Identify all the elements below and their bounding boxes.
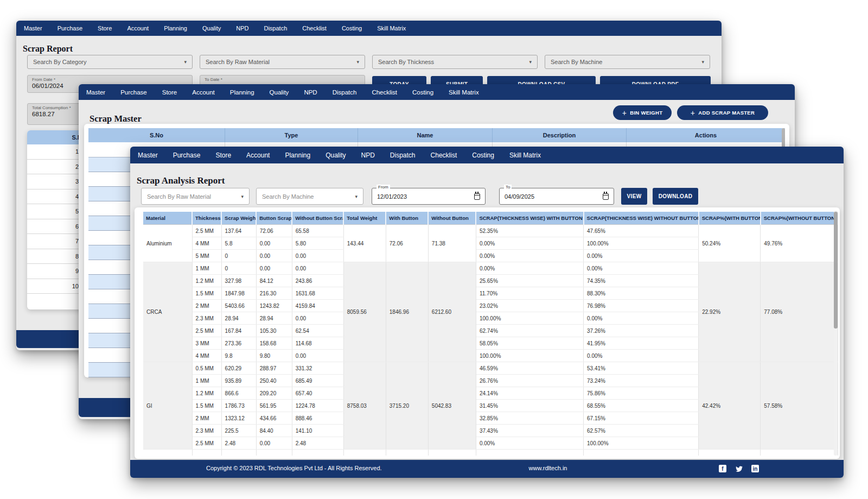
nav-item-costing[interactable]: Costing [472, 151, 494, 159]
dropdown-placeholder: Search By Raw Material [206, 59, 270, 65]
cell-without-button-scrap: 657.40 [292, 387, 343, 400]
cell-button-scrap: 158.68 [256, 337, 292, 350]
website-link[interactable]: www.rdltech.in [510, 465, 586, 471]
nav-item-checklist[interactable]: Checklist [302, 25, 327, 31]
cell-thickness: 2.3 MM [192, 312, 221, 325]
cell-thickness: 3 MM [192, 337, 221, 350]
cell-scrap-weight: 273.36 [221, 337, 256, 350]
cell-button-scrap: 0.00 [256, 250, 292, 262]
cell-scrap-with-button-pct: 42.42% [699, 362, 761, 450]
app-footer-bar: Copyright © 2023 RDL Technologies Pvt Lt… [130, 460, 844, 478]
cell-thickness: 4 MM [192, 350, 221, 362]
nav-item-skill-matrix[interactable]: Skill Matrix [509, 151, 541, 159]
cell-without-button-scrap: 114.68 [292, 337, 343, 350]
main-nav: MasterPurchaseStoreAccountPlanningQualit… [130, 147, 844, 163]
cell-scrap-with-button-pct: 50.24% [699, 225, 761, 262]
cell-material: CRCA [143, 262, 192, 362]
facebook-icon[interactable]: f [719, 465, 726, 472]
cell-thickness-without-button-pct: 0.00% [584, 262, 699, 275]
cell-without-button-scrap: 1224.78 [292, 400, 343, 412]
nav-item-purchase[interactable]: Purchase [120, 89, 147, 96]
nav-item-dispatch[interactable]: Dispatch [390, 151, 416, 159]
nav-item-npd[interactable]: NPD [236, 25, 248, 31]
add-scrap-master-button[interactable]: + ADD SCRAP MASTER [677, 105, 768, 120]
view-button[interactable]: VIEW [621, 188, 647, 205]
bin-weight-button[interactable]: + BIN WEIGHT [613, 105, 672, 120]
nav-item-skill-matrix[interactable]: Skill Matrix [377, 25, 406, 31]
nav-item-checklist[interactable]: Checklist [431, 151, 457, 159]
nav-item-store[interactable]: Store [215, 151, 231, 159]
nav-item-costing[interactable]: Costing [342, 25, 362, 31]
search-by-raw-material-dropdown[interactable]: Search By Raw Material ▾ [200, 55, 365, 69]
column-header-thickness: Thickness [192, 212, 221, 225]
nav-item-store[interactable]: Store [98, 25, 112, 31]
nav-item-npd[interactable]: NPD [361, 151, 375, 159]
column-header-name: Name [358, 128, 493, 142]
nav-item-master[interactable]: Master [86, 89, 105, 96]
search-by-category-dropdown[interactable]: Search By Category ▾ [27, 55, 193, 69]
nav-item-account[interactable]: Account [127, 25, 149, 31]
dropdown-placeholder: Search By Raw Material [147, 193, 211, 200]
to-date-input[interactable]: To 04/09/2025 [499, 188, 614, 205]
nav-item-master[interactable]: Master [138, 151, 158, 159]
column-header-scrap-without-button: SCRAP%(WITHOUT BUTTON) [761, 212, 838, 225]
cell-button-scrap: 561.95 [256, 400, 292, 412]
nav-item-quality[interactable]: Quality [202, 25, 221, 31]
linkedin-icon[interactable]: in [751, 465, 759, 472]
nav-item-quality[interactable]: Quality [270, 89, 289, 96]
calendar-icon[interactable] [603, 193, 609, 200]
from-date-input[interactable]: From 12/01/2023 [372, 188, 486, 205]
analysis-table-card: MaterialThicknessScrap WeightButton Scra… [135, 207, 840, 459]
cell-empty [256, 450, 292, 456]
cell-scrap-weight: 866.6 [221, 387, 256, 400]
nav-item-checklist[interactable]: Checklist [372, 89, 397, 96]
cell-thickness-without-button-pct: 68.55% [584, 400, 699, 412]
page-title: Scrap Report [23, 44, 73, 54]
search-by-machine-dropdown[interactable]: Search By Machine ▾ [256, 188, 363, 205]
calendar-icon[interactable] [474, 193, 480, 200]
page-title: Scrap Master [90, 113, 142, 124]
nav-item-account[interactable]: Account [246, 151, 270, 159]
nav-item-planning[interactable]: Planning [164, 25, 187, 31]
column-header-scrap-weight: Scrap Weight [221, 212, 256, 225]
cell-without-button-scrap: 1631.68 [292, 287, 343, 300]
search-by-thickness-dropdown[interactable]: Search By Thickness ▾ [372, 55, 538, 69]
nav-item-master[interactable]: Master [24, 25, 42, 31]
nav-item-planning[interactable]: Planning [230, 89, 254, 96]
cell-without-button-scrap: 141.10 [292, 425, 343, 437]
column-header-actions: Actions [627, 128, 785, 142]
nav-item-quality[interactable]: Quality [326, 151, 346, 159]
nav-item-npd[interactable]: NPD [304, 89, 317, 96]
cell-button-scrap: 28.94 [256, 312, 292, 325]
cell-thickness-with-button-pct: 100.00% [476, 350, 583, 362]
cell-sno: 10 [27, 283, 79, 289]
nav-item-costing[interactable]: Costing [412, 89, 433, 96]
cell-thickness-with-button-pct: 100.00% [476, 312, 583, 325]
cell-thickness-without-button-pct: 41.95% [584, 337, 699, 350]
search-by-raw-material-dropdown[interactable]: Search By Raw Material ▾ [141, 188, 250, 205]
cell-thickness: 2 MM [192, 300, 221, 312]
vertical-scrollbar[interactable] [834, 211, 838, 456]
nav-item-dispatch[interactable]: Dispatch [264, 25, 287, 31]
nav-list: MasterPurchaseStoreAccountPlanningQualit… [130, 151, 556, 159]
search-by-machine-dropdown[interactable]: Search By Machine ▾ [545, 55, 710, 69]
nav-item-purchase[interactable]: Purchase [173, 151, 201, 159]
nav-item-dispatch[interactable]: Dispatch [333, 89, 357, 96]
cell-button-scrap: 9.80 [256, 350, 292, 362]
cell-with-button: 1846.96 [386, 262, 428, 362]
cell-without-button: 5042.83 [428, 362, 476, 450]
nav-item-store[interactable]: Store [162, 89, 177, 96]
cell-empty [428, 450, 476, 456]
cell-thickness: 1 MM [192, 375, 221, 387]
nav-item-skill-matrix[interactable]: Skill Matrix [449, 89, 479, 96]
nav-item-planning[interactable]: Planning [285, 151, 310, 159]
twitter-icon[interactable] [735, 465, 743, 472]
scrollbar-thumb[interactable] [834, 212, 838, 329]
nav-item-account[interactable]: Account [192, 89, 215, 96]
cell-sno: 9 [27, 268, 79, 274]
download-button[interactable]: DOWNLOAD [653, 188, 698, 205]
cell-empty [386, 450, 428, 456]
cell-empty [343, 450, 386, 456]
nav-item-purchase[interactable]: Purchase [58, 25, 82, 31]
cell-thickness: 2 MM [192, 412, 221, 425]
